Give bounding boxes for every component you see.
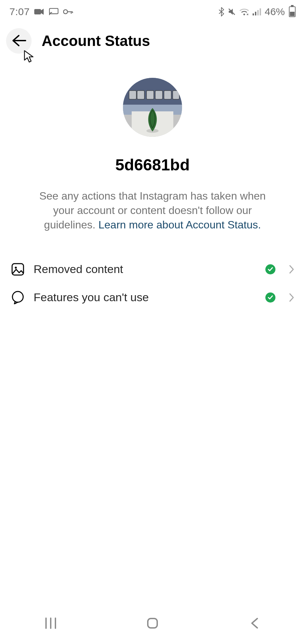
- wifi-icon: [239, 8, 249, 15]
- recent-apps-icon: [44, 618, 57, 630]
- svg-rect-16: [155, 91, 163, 99]
- nav-back-icon: [250, 617, 259, 631]
- svg-rect-5: [253, 13, 254, 15]
- battery-percent: 46%: [265, 6, 285, 17]
- account-status-description: See any actions that Instagram has taken…: [28, 189, 278, 232]
- status-bar: 7:07 46%: [0, 0, 305, 23]
- svg-point-21: [15, 267, 17, 269]
- status-time: 7:07: [9, 6, 30, 17]
- svg-point-4: [243, 14, 245, 15]
- svg-rect-13: [129, 91, 136, 99]
- check-badge-icon: [265, 264, 275, 274]
- list-item-features-you-cant-use[interactable]: Features you can't use: [11, 283, 294, 312]
- nav-recent-button[interactable]: [27, 604, 74, 644]
- username: 5d6681bd: [0, 156, 305, 174]
- svg-rect-17: [164, 91, 171, 99]
- svg-rect-20: [12, 264, 24, 275]
- profile-section: 5d6681bd See any actions that Instagram …: [0, 62, 305, 232]
- image-icon: [11, 263, 25, 276]
- list-item-label: Features you can't use: [34, 291, 257, 304]
- arrow-left-icon: [11, 35, 26, 48]
- back-button[interactable]: [6, 28, 32, 54]
- signal-icon: [253, 8, 261, 15]
- svg-rect-15: [146, 91, 154, 99]
- battery-icon: [289, 6, 296, 17]
- bluetooth-icon: [218, 7, 224, 16]
- key-icon: [63, 9, 73, 14]
- cast-icon: [49, 8, 58, 15]
- comment-icon: [11, 291, 25, 304]
- video-camera-icon: [34, 8, 44, 15]
- nav-back-button[interactable]: [231, 604, 278, 644]
- page-title: Account Status: [42, 33, 150, 49]
- home-icon: [146, 617, 159, 631]
- avatar-image: [123, 78, 182, 137]
- svg-rect-18: [173, 91, 179, 99]
- status-list: Removed content Features you can't use: [0, 255, 305, 312]
- svg-rect-8: [260, 8, 261, 15]
- list-item-label: Removed content: [34, 263, 257, 276]
- mute-icon: [228, 8, 236, 16]
- learn-more-link[interactable]: Learn more about Account Status.: [98, 219, 261, 231]
- svg-rect-0: [34, 9, 41, 14]
- nav-home-button[interactable]: [129, 604, 176, 644]
- page-header: Account Status: [0, 23, 305, 62]
- chevron-right-icon: [289, 265, 294, 274]
- svg-point-22: [12, 291, 23, 302]
- android-nav-bar: [0, 604, 305, 644]
- chevron-right-icon: [289, 293, 294, 302]
- svg-point-2: [63, 10, 68, 14]
- check-badge-icon: [265, 292, 275, 303]
- svg-rect-14: [137, 91, 144, 99]
- list-item-removed-content[interactable]: Removed content: [11, 255, 294, 283]
- svg-rect-7: [257, 10, 259, 15]
- svg-rect-6: [255, 12, 256, 15]
- status-bar-right: 46%: [218, 6, 296, 17]
- status-bar-left: 7:07: [9, 6, 73, 17]
- avatar: [123, 78, 182, 137]
- svg-rect-26: [148, 619, 157, 628]
